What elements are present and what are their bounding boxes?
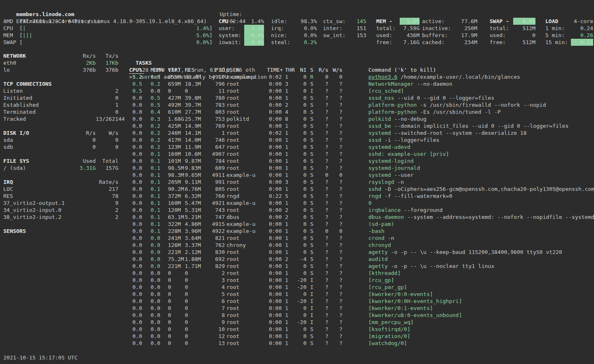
user: root bbox=[226, 87, 267, 94]
io-write: ? bbox=[328, 305, 342, 312]
res: 0 bbox=[185, 298, 205, 305]
threads: 1 bbox=[285, 249, 295, 256]
threads: 1 bbox=[285, 305, 295, 312]
process-row: 0.00.0004root0:001-20I??[rcu_par_gp] bbox=[129, 284, 594, 291]
nice: 0 bbox=[295, 340, 306, 347]
virt: 221M bbox=[168, 249, 185, 256]
summary-label: inactive: bbox=[422, 25, 455, 32]
virt: 322M bbox=[168, 221, 185, 228]
summary-value: 250M bbox=[455, 25, 477, 32]
threads: 1 bbox=[285, 122, 295, 129]
cpu-percent: 0.0 bbox=[129, 284, 147, 291]
cpu-percent: 0.0 bbox=[129, 249, 147, 256]
item-value-2: 78 bbox=[96, 193, 118, 200]
process-row: 0.00.2425M14.9M769root0:0010S??sssd_be -… bbox=[129, 122, 594, 129]
command-args: --no-debug bbox=[391, 115, 427, 122]
item-value-1: 0 bbox=[73, 136, 96, 143]
summary-label: free: bbox=[490, 39, 513, 46]
cpu-value: 0.0 bbox=[132, 340, 142, 347]
summary-row: CPU -1.4% bbox=[219, 18, 264, 25]
command-cell: [watchdog/0] bbox=[368, 340, 594, 347]
pid: 4915 bbox=[205, 221, 225, 228]
cpu-value: 0.0 bbox=[132, 291, 142, 298]
mem-percent: 0.2 bbox=[151, 136, 167, 143]
res: 40.4M bbox=[185, 73, 205, 80]
section-title: FILE SYS bbox=[3, 157, 73, 164]
command-cell: chronyd bbox=[368, 242, 594, 249]
threads: 1 bbox=[285, 263, 295, 270]
item-value-2: 0 bbox=[96, 143, 118, 150]
command-cell: platform-python -s /usr/sbin/firewalld -… bbox=[368, 101, 594, 108]
cpu-value: 0.0 bbox=[132, 178, 142, 186]
io-read: ? bbox=[317, 256, 328, 263]
command-cell: sssd_nss --uid 0 --gid 0 --logger=files bbox=[368, 94, 594, 101]
command-cell: [mm_percpu_wq] bbox=[368, 319, 594, 326]
time-plus: 0:00 bbox=[267, 333, 282, 340]
status: S bbox=[310, 164, 317, 171]
sidebar-section-sensors: SENSORS bbox=[3, 228, 118, 235]
io-read: ? bbox=[317, 312, 328, 319]
nice: 0 bbox=[295, 87, 306, 94]
cpu-percent: 0.0 bbox=[129, 101, 147, 108]
io-read: ? bbox=[317, 235, 328, 242]
command-cell: polkitd --no-debug bbox=[368, 115, 594, 122]
io-write: ? bbox=[328, 164, 342, 171]
status: S bbox=[310, 143, 317, 150]
io-write: ? bbox=[328, 87, 342, 94]
res: 39.7M bbox=[185, 101, 205, 108]
command-args: /home/example-user/.local/bin/glances bbox=[397, 73, 520, 80]
process-row: 0.00.2246M14.1M1root0:0210S??systemd --s… bbox=[129, 129, 594, 136]
summary-value: 0.11 bbox=[571, 39, 593, 46]
status: I bbox=[310, 305, 317, 312]
time-plus: 0:00 bbox=[267, 242, 282, 249]
command-args: -s /usr/sbin/firewalld --nofork --nopid bbox=[417, 101, 546, 108]
item-value-1 bbox=[73, 200, 96, 207]
nice: 0 bbox=[295, 143, 306, 150]
summary-value: 436M bbox=[400, 32, 420, 39]
cpu-percent: 0.0 bbox=[129, 214, 147, 221]
user: example-u bbox=[226, 221, 267, 228]
cpu-percent: 0.0 bbox=[129, 200, 147, 207]
virt: 90.2M bbox=[168, 186, 185, 193]
item-value-2: 2 bbox=[96, 207, 118, 214]
command-cell: [kthreadd] bbox=[368, 270, 594, 277]
summary-label: steal: bbox=[271, 39, 295, 46]
io-read: ? bbox=[317, 277, 328, 284]
io-write: ? bbox=[328, 340, 342, 347]
summary-label: total: bbox=[490, 25, 513, 32]
time-plus: 0:00 bbox=[267, 221, 282, 228]
pid: 4950 bbox=[205, 73, 225, 80]
pid: 4 bbox=[205, 284, 225, 291]
process-table-header: CPU% MEM% VIRT RES PID USER TIME+ THR NI… bbox=[129, 66, 594, 73]
command-cell: rsyslogd -n bbox=[368, 178, 594, 186]
pid: 9 bbox=[205, 319, 225, 326]
cpu-percent: 0.0 bbox=[129, 221, 147, 228]
pid: 2 bbox=[205, 270, 225, 277]
item-name: Tracked bbox=[3, 115, 73, 122]
time-plus: 0:00 bbox=[267, 284, 282, 291]
sidebar-section-irq: IRQRate/sLOC217RES7837_virtio2-output.19… bbox=[3, 178, 118, 221]
mem-percent: 0.1 bbox=[151, 164, 167, 171]
io-read: ? bbox=[317, 200, 328, 207]
summary-row: LOAD4-core bbox=[545, 18, 593, 25]
user: example-u bbox=[226, 171, 267, 178]
cpu-percent: 0.0 bbox=[129, 193, 147, 200]
mem-percent: 0.1 bbox=[151, 207, 167, 214]
sidebar-header-row: DISK I/OR/sW/s bbox=[3, 129, 118, 136]
pid: 780 bbox=[205, 94, 225, 101]
io-write: ? bbox=[328, 284, 342, 291]
cpu-value: 0.0 bbox=[132, 101, 142, 108]
mem-percent: 0.1 bbox=[151, 221, 167, 228]
virt: 492M bbox=[168, 101, 185, 108]
status: I bbox=[310, 312, 317, 319]
command-cell: [rcu_sched] bbox=[368, 87, 594, 94]
sidebar-header-row: IRQRate/s bbox=[3, 178, 118, 186]
command-args: --user bbox=[391, 171, 414, 178]
summary-value: 145 bbox=[349, 18, 366, 25]
res: 11.9M bbox=[185, 143, 205, 150]
cpu-value: 0.0 bbox=[132, 193, 142, 200]
column-header bbox=[73, 228, 96, 235]
summary-label: inter: bbox=[323, 25, 349, 32]
cpu-percent: 0.0 bbox=[129, 312, 147, 319]
nice: 0 bbox=[295, 101, 306, 108]
